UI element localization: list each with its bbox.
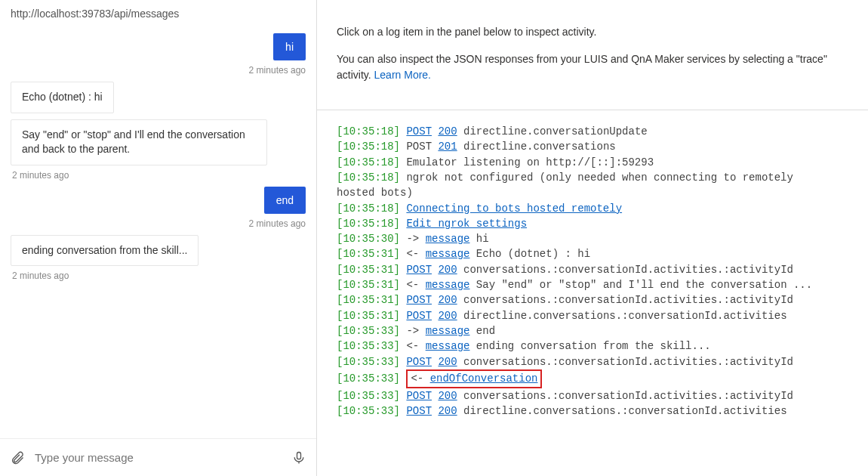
log-arrow: <-	[406, 340, 419, 352]
log-token: directline.conversations.:conversationId…	[463, 405, 786, 417]
message-timestamp: 2 minutes ago	[249, 218, 306, 229]
log-token-link[interactable]: POST	[406, 294, 432, 306]
log-arrow: <-	[411, 372, 423, 385]
log-token-link[interactable]: message	[426, 325, 470, 337]
log-token-link[interactable]: 200	[438, 405, 457, 417]
log-token-link[interactable]: 200	[438, 294, 457, 306]
svg-rect-0	[297, 452, 301, 459]
log-line[interactable]: [10:35:33] -> message end	[337, 323, 860, 338]
log-line[interactable]: [10:35:33] <- message ending conversatio…	[337, 338, 860, 354]
log-timestamp: [10:35:18]	[337, 141, 400, 153]
message-timestamp: 2 minutes ago	[11, 170, 69, 181]
log-line[interactable]: [10:35:31] <- message Echo (dotnet) : hi	[337, 246, 860, 261]
log-token: conversations.:conversationId.activities…	[463, 264, 793, 276]
log-line[interactable]: [10:35:18] Connecting to bots hosted rem…	[337, 201, 860, 216]
log-arrow: ->	[406, 325, 419, 337]
bot-message[interactable]: Say "end" or "stop" and I'll end the con…	[11, 119, 306, 181]
info-block: Click on a log item in the panel below t…	[317, 0, 868, 110]
log-token-link[interactable]: Connecting to bots hosted remotely	[406, 202, 622, 215]
log-line[interactable]: [10:35:18] Emulator listening on http://…	[337, 155, 860, 170]
log-token-link[interactable]: 200	[438, 264, 457, 276]
log-timestamp: [10:35:33]	[337, 390, 400, 402]
log-line[interactable]: [10:35:31] POST 200 directline.conversat…	[337, 308, 860, 323]
log-line[interactable]: [10:35:33] POST 200 directline.conversat…	[337, 403, 860, 419]
log-token: ngrok not configured (only needed when c…	[406, 172, 793, 184]
log-token-link[interactable]: POST	[406, 405, 432, 417]
inspector-pane: Click on a log item in the panel below t…	[317, 0, 868, 476]
message-bubble[interactable]: Say "end" or "stop" and I'll end the con…	[11, 119, 267, 165]
log-token-link[interactable]: 201	[438, 141, 457, 153]
bot-message[interactable]: Echo (dotnet) : hi	[11, 82, 306, 113]
log-timestamp: [10:35:31]	[337, 310, 400, 322]
message-bubble[interactable]: ending conversation from the skill...	[11, 235, 199, 267]
log-token-link[interactable]: Edit ngrok settings	[406, 218, 527, 230]
log-arrow: <-	[406, 248, 419, 260]
log-timestamp: [10:35:18]	[337, 156, 400, 168]
message-input[interactable]	[35, 447, 282, 468]
log-timestamp: [10:35:33]	[337, 325, 400, 337]
log-token: end	[476, 325, 495, 337]
highlighted-log-segment: <- endOfConversation	[406, 369, 542, 388]
log-panel[interactable]: [10:35:18] POST 200 directline.conversat…	[317, 110, 868, 476]
log-timestamp: [10:35:18]	[337, 172, 400, 184]
endpoint-url: http://localhost:39783/api/messages	[0, 0, 316, 33]
log-line[interactable]: [10:35:18] ngrok not configured (only ne…	[337, 170, 860, 185]
log-line[interactable]: [10:35:30] -> message hi	[337, 231, 860, 246]
attach-icon[interactable]	[9, 450, 26, 466]
log-line[interactable]: [10:35:31] POST 200 conversations.:conve…	[337, 262, 860, 277]
user-message[interactable]: end2 minutes ago	[11, 187, 306, 229]
log-token-link[interactable]: 200	[438, 310, 457, 322]
log-token: hosted bots)	[337, 187, 413, 199]
log-line[interactable]: [10:35:31] <- message Say "end" or "stop…	[337, 277, 860, 292]
log-timestamp: [10:35:33]	[337, 356, 400, 368]
learn-more-link[interactable]: Learn More.	[374, 69, 431, 81]
log-line[interactable]: [10:35:33] POST 200 conversations.:conve…	[337, 354, 860, 369]
log-token: POST	[406, 141, 432, 153]
log-line[interactable]: hosted bots)	[337, 185, 860, 200]
log-line[interactable]: [10:35:31] POST 200 conversations.:conve…	[337, 292, 860, 308]
message-input-bar	[0, 438, 316, 476]
log-token: ending conversation from the skill...	[476, 340, 711, 352]
log-timestamp: [10:35:31]	[337, 279, 400, 291]
log-token-link[interactable]: 200	[438, 356, 457, 368]
log-timestamp: [10:35:18]	[337, 218, 400, 230]
log-token-link[interactable]: message	[426, 340, 470, 352]
log-line[interactable]: [10:35:33] <- endOfConversation	[337, 369, 860, 388]
log-token-link[interactable]: endOfConversation	[430, 372, 538, 385]
log-token-link[interactable]: 200	[438, 390, 457, 402]
message-timestamp: 2 minutes ago	[249, 65, 306, 76]
log-token-link[interactable]: POST	[406, 125, 432, 138]
bot-message[interactable]: ending conversation from the skill...2 m…	[11, 235, 306, 282]
log-line[interactable]: [10:35:18] Edit ngrok settings	[337, 216, 860, 231]
log-token: conversations.:conversationId.activities…	[463, 294, 793, 306]
log-token-link[interactable]: message	[426, 279, 470, 291]
log-token-link[interactable]: POST	[406, 264, 432, 276]
log-token-link[interactable]: POST	[406, 310, 432, 322]
log-timestamp: [10:35:18]	[337, 125, 400, 138]
info-line-2: You can also inspect the JSON responses …	[337, 51, 848, 84]
message-bubble[interactable]: hi	[273, 33, 306, 60]
log-timestamp: [10:35:30]	[337, 233, 400, 245]
log-line[interactable]: [10:35:18] POST 200 directline.conversat…	[337, 124, 860, 139]
chat-scroll[interactable]: hi2 minutes agoEcho (dotnet) : hiSay "en…	[0, 33, 316, 438]
info-line-1: Click on a log item in the panel below t…	[337, 24, 848, 41]
log-line[interactable]: [10:35:18] POST 201 directline.conversat…	[337, 139, 860, 154]
log-token-link[interactable]: 200	[438, 125, 457, 138]
log-token-link[interactable]: message	[426, 248, 470, 260]
log-line[interactable]: [10:35:33] POST 200 conversations.:conve…	[337, 388, 860, 403]
user-message[interactable]: hi2 minutes ago	[11, 33, 306, 76]
message-bubble[interactable]: Echo (dotnet) : hi	[11, 82, 114, 113]
microphone-icon[interactable]	[291, 450, 307, 466]
log-token: Emulator listening on http://[::]:59293	[406, 156, 654, 168]
log-token-link[interactable]: POST	[406, 390, 432, 402]
log-token-link[interactable]: message	[426, 233, 470, 245]
log-timestamp: [10:35:31]	[337, 294, 400, 306]
log-token: directline.conversations.:conversationId…	[463, 310, 786, 322]
message-bubble[interactable]: end	[264, 187, 306, 214]
log-token-link[interactable]: POST	[406, 356, 432, 368]
log-timestamp: [10:35:33]	[337, 405, 400, 417]
log-token: Echo (dotnet) : hi	[476, 248, 590, 260]
log-arrow: ->	[406, 233, 419, 245]
log-timestamp: [10:35:18]	[337, 202, 400, 215]
log-timestamp: [10:35:31]	[337, 264, 400, 276]
